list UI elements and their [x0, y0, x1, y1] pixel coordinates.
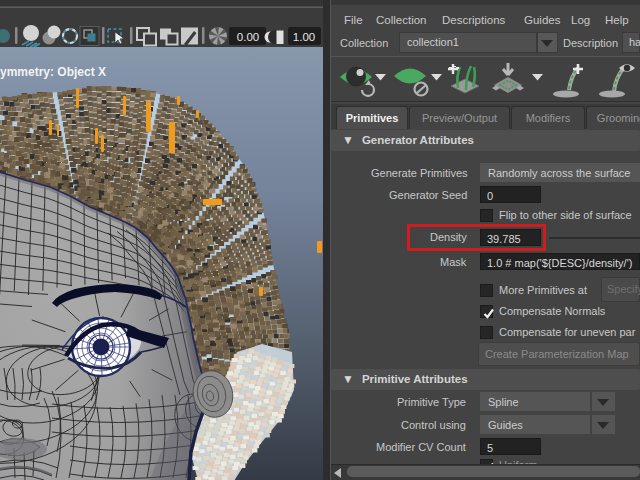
svg-text:ymmetry: Object X: ymmetry: Object X	[0, 65, 106, 79]
svg-text:1.00: 1.00	[293, 31, 315, 43]
svg-text:0.00: 0.00	[237, 31, 259, 43]
